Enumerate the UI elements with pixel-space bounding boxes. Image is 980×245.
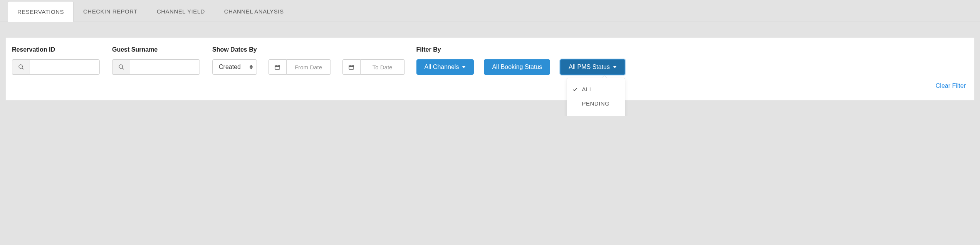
chevron-down-icon <box>462 66 466 68</box>
button-label: All Channels <box>425 64 459 70</box>
check-icon <box>572 86 578 92</box>
button-label: All PMS Status <box>569 64 610 70</box>
all-booking-status-button[interactable]: All Booking Status <box>484 59 550 75</box>
pms-option-all[interactable]: ALL <box>567 82 625 96</box>
tab-channel-analysis[interactable]: CHANNEL ANALYSIS <box>215 1 294 22</box>
show-dates-by-select[interactable]: Created <box>212 59 257 75</box>
reservation-id-group <box>12 59 111 75</box>
option-label: PENDING <box>582 100 609 107</box>
filter-by-label: Filter By <box>416 46 625 53</box>
svg-line-3 <box>122 68 124 69</box>
guest-surname-label: Guest Surname <box>112 46 211 53</box>
clear-filter-link[interactable]: Clear Filter <box>936 82 966 89</box>
tab-channel-yield[interactable]: CHANNEL YIELD <box>147 1 215 22</box>
svg-point-2 <box>119 65 123 68</box>
all-pms-status-button[interactable]: All PMS Status <box>560 59 625 75</box>
guest-surname-input[interactable] <box>130 59 200 75</box>
tab-label: RESERVATIONS <box>17 8 64 15</box>
chevron-down-icon <box>613 66 617 68</box>
calendar-icon <box>342 59 360 75</box>
tab-label: CHECKIN REPORT <box>83 8 138 15</box>
pms-status-dropdown: ALL PENDING DELIVERED <box>567 78 625 116</box>
tab-label: CHANNEL YIELD <box>157 8 205 15</box>
search-icon <box>112 59 130 75</box>
pms-option-pending[interactable]: PENDING <box>567 96 625 111</box>
to-date-group <box>342 59 405 75</box>
reservation-id-input[interactable] <box>30 59 100 75</box>
show-dates-by-label: Show Dates By <box>212 46 257 53</box>
spacer-label <box>342 46 405 53</box>
svg-rect-8 <box>349 65 354 69</box>
pms-option-delivered[interactable]: DELIVERED <box>567 111 625 116</box>
search-icon <box>12 59 30 75</box>
select-caret-icon <box>250 65 253 69</box>
svg-point-0 <box>19 65 22 68</box>
tab-reservations[interactable]: RESERVATIONS <box>8 1 74 22</box>
dropdown-arrow-icon <box>602 76 607 78</box>
button-label: All Booking Status <box>492 64 542 70</box>
from-date-group <box>268 59 331 75</box>
tab-bar: RESERVATIONS CHECKIN REPORT CHANNEL YIEL… <box>0 0 980 22</box>
to-date-input[interactable] <box>360 59 405 75</box>
spacer-label <box>268 46 331 53</box>
option-label: DELIVERED <box>582 114 616 116</box>
filters-panel: Reservation ID Guest Surname <box>5 37 975 101</box>
all-channels-button[interactable]: All Channels <box>416 59 474 75</box>
option-label: ALL <box>582 86 592 92</box>
svg-rect-4 <box>275 65 280 69</box>
calendar-icon <box>268 59 286 75</box>
guest-surname-group <box>112 59 211 75</box>
svg-line-1 <box>22 68 23 69</box>
select-value: Created <box>219 64 241 70</box>
tab-label: CHANNEL ANALYSIS <box>224 8 284 15</box>
reservation-id-label: Reservation ID <box>12 46 111 53</box>
from-date-input[interactable] <box>286 59 331 75</box>
tab-checkin-report[interactable]: CHECKIN REPORT <box>74 1 147 22</box>
